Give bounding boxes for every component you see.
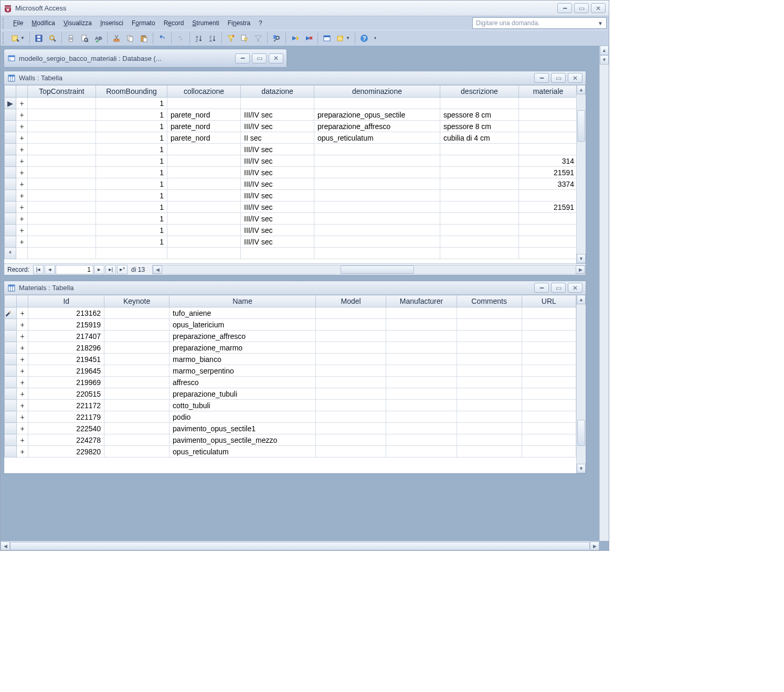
expand-button[interactable]: +: [16, 225, 28, 236]
cell[interactable]: [522, 307, 576, 319]
table-row[interactable]: +221172cotto_tubuli: [5, 400, 576, 411]
cell[interactable]: [519, 213, 578, 225]
table-row[interactable]: +1III/IV sec: [5, 213, 578, 225]
cell[interactable]: marmo_serpentino: [169, 365, 316, 377]
row-selector[interactable]: [5, 377, 17, 388]
table-row[interactable]: +220515preparazione_tubuli: [5, 388, 576, 400]
row-selector[interactable]: [5, 121, 16, 132]
row-selector[interactable]: [5, 423, 17, 434]
db-close-button[interactable]: ✕: [269, 54, 283, 63]
cell[interactable]: [522, 411, 576, 423]
table-row[interactable]: +1III/IV sec3374: [5, 178, 578, 190]
cell[interactable]: [519, 236, 578, 248]
delete-record-button[interactable]: [302, 32, 315, 45]
table-row[interactable]: +221179podio: [5, 411, 576, 423]
cell[interactable]: 219451: [28, 354, 104, 365]
scroll-thumb[interactable]: [577, 110, 585, 142]
cell[interactable]: [316, 307, 386, 319]
cell[interactable]: [28, 109, 96, 121]
cell[interactable]: [167, 98, 241, 109]
cell[interactable]: [522, 354, 576, 365]
cell[interactable]: [386, 400, 457, 411]
cell[interactable]: [314, 144, 440, 155]
cell[interactable]: [316, 354, 386, 365]
row-selector[interactable]: [5, 400, 17, 411]
cell[interactable]: spessore 8 cm: [440, 121, 519, 132]
help-button[interactable]: ?: [358, 32, 370, 45]
menu-format[interactable]: Formato: [128, 18, 160, 28]
cell[interactable]: 1: [96, 190, 167, 201]
find-button[interactable]: [270, 32, 283, 45]
mdi-hscroll[interactable]: ◀ ▶: [1, 541, 599, 550]
cell[interactable]: parete_nord: [167, 121, 241, 132]
cell[interactable]: [104, 354, 169, 365]
cell[interactable]: III/IV sec: [241, 167, 314, 178]
filter-toggle-button[interactable]: [252, 32, 264, 45]
app-maximize-button[interactable]: ▭: [574, 3, 589, 13]
cell[interactable]: 218296: [28, 342, 104, 354]
scroll-up-icon[interactable]: ▲: [600, 46, 609, 55]
cell[interactable]: 1: [96, 121, 167, 132]
undo-button[interactable]: [156, 32, 168, 45]
cell[interactable]: [316, 400, 386, 411]
cell[interactable]: [316, 446, 386, 457]
toolbar-handle[interactable]: [3, 33, 6, 44]
expand-button[interactable]: +: [16, 434, 28, 446]
cell[interactable]: III/IV sec: [241, 213, 314, 225]
menu-file[interactable]: File: [9, 18, 27, 28]
cell[interactable]: III/IV sec: [241, 236, 314, 248]
help-dropdown-icon[interactable]: ▼: [598, 20, 603, 26]
expand-button[interactable]: +: [16, 236, 28, 248]
col-model[interactable]: Model: [316, 295, 386, 307]
new-record-row[interactable]: *: [5, 248, 578, 259]
cell[interactable]: 217407: [28, 331, 104, 342]
print-button[interactable]: [65, 32, 77, 45]
mdi-vscroll[interactable]: ▲ ▼: [599, 46, 609, 541]
cell[interactable]: [440, 236, 519, 248]
expand-header[interactable]: [16, 295, 28, 307]
cell[interactable]: [104, 400, 169, 411]
cell[interactable]: 1: [96, 144, 167, 155]
menu-record[interactable]: Record: [160, 18, 188, 28]
app-close-button[interactable]: ✕: [591, 3, 606, 13]
row-selector[interactable]: [5, 190, 16, 201]
cell[interactable]: [28, 98, 96, 109]
cell[interactable]: [167, 178, 241, 190]
walls-restore-button[interactable]: ▭: [551, 73, 566, 83]
row-selector[interactable]: [5, 213, 16, 225]
db-minimize-button[interactable]: ━: [235, 54, 250, 63]
table-row[interactable]: +229820opus_reticulatum: [5, 446, 576, 457]
cell[interactable]: preparazione_marmo: [169, 342, 316, 354]
col-manufacturer[interactable]: Manufacturer: [386, 295, 457, 307]
row-selector[interactable]: [5, 167, 16, 178]
cell[interactable]: [457, 446, 522, 457]
walls-vscroll[interactable]: ▲ ▼: [576, 85, 586, 263]
table-row[interactable]: +219451marmo_bianco: [5, 354, 576, 365]
materials-restore-button[interactable]: ▭: [551, 283, 566, 293]
cell[interactable]: 219645: [28, 365, 104, 377]
scroll-right-icon[interactable]: ▶: [590, 541, 599, 550]
expand-button[interactable]: +: [16, 423, 28, 434]
scroll-down-icon[interactable]: ▼: [600, 55, 609, 65]
cell[interactable]: [522, 342, 576, 354]
col-url[interactable]: URL: [522, 295, 576, 307]
cell[interactable]: [440, 213, 519, 225]
new-record-selector[interactable]: *: [5, 248, 16, 259]
col-materiale[interactable]: materiale: [519, 86, 578, 98]
scroll-down-icon[interactable]: ▼: [577, 254, 586, 263]
materials-vscroll[interactable]: ▲ ▼: [576, 295, 586, 473]
row-selector[interactable]: [5, 155, 16, 167]
cell[interactable]: 219969: [28, 377, 104, 388]
cell[interactable]: III/IV sec: [241, 225, 314, 236]
save-button[interactable]: [33, 32, 45, 45]
menu-tools[interactable]: Strumenti: [188, 18, 223, 28]
db-restore-button[interactable]: ▭: [252, 54, 267, 63]
cell[interactable]: [316, 377, 386, 388]
table-row[interactable]: +1III/IV sec21591: [5, 201, 578, 213]
expand-button[interactable]: +: [16, 388, 28, 400]
col-comments[interactable]: Comments: [457, 295, 522, 307]
cell[interactable]: 229820: [28, 446, 104, 457]
cell[interactable]: [241, 98, 314, 109]
table-row[interactable]: +222540pavimento_opus_sectile1: [5, 423, 576, 434]
cell[interactable]: [316, 423, 386, 434]
